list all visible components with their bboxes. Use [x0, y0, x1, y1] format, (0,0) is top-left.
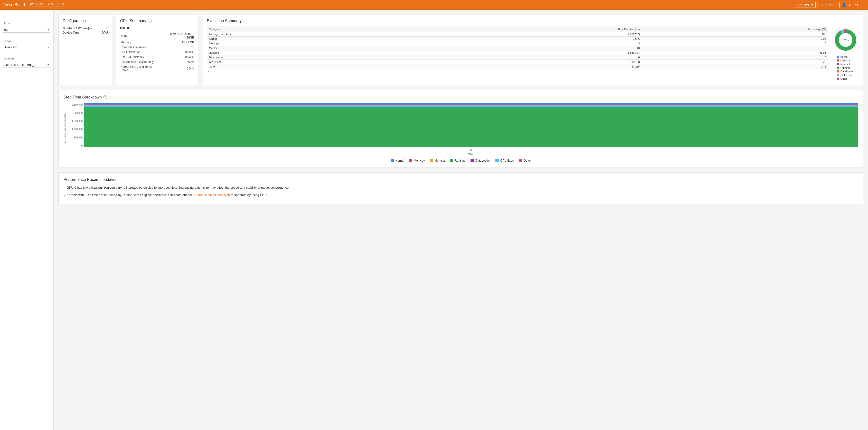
exec-row: Memcpy30 [207, 41, 828, 46]
chevron-left-icon: ‹ [50, 13, 51, 17]
donut-legend-item: Runtime [837, 66, 855, 69]
exec-row: Average Step Time2,106,259100 [207, 32, 828, 36]
exec-row: Runtime1,936,87491.96 [207, 51, 828, 55]
configuration-card: Configuration Number of Worker(s) 1 Devi… [58, 15, 112, 85]
config-row-device: Device Type GPU [63, 31, 108, 34]
gpu-label: GPU 0: [120, 27, 195, 30]
y-axis-label: Step Time (microseconds) [64, 103, 66, 156]
donut-chart: 92% [832, 27, 859, 53]
donut-legend-item: Kernel [837, 55, 855, 58]
collapse-button[interactable]: ‹ [0, 13, 53, 20]
exec-row: CPU Exec110,4885.25 [207, 60, 828, 64]
views-select-wrapper: Overview [0, 44, 53, 51]
chart-legend-item: CPU Exec [495, 159, 514, 162]
sidebar: ‹ Runs log Views Overview Workers resnet… [0, 10, 54, 430]
upload-label: UPLOAD [825, 3, 837, 7]
workers-label: Workers [0, 55, 53, 61]
status-dropdown[interactable]: INACTIVE ▾ [794, 2, 815, 8]
perf-item-2: • Kernels with 83% time are launched by … [64, 193, 858, 198]
top-cards-row: Configuration Number of Worker(s) 1 Devi… [58, 15, 863, 85]
step-time-title: Step Time Breakdown ? [64, 95, 858, 99]
execution-summary-card: Execution Summary Category Time Duration… [203, 15, 863, 85]
gpu-table: NameTesla V100-SXM2-16GB Memory15.78 GB … [120, 31, 195, 73]
donut-legend-item: Other [837, 77, 855, 80]
gpu-summary-title: GPU Summary ? [120, 19, 195, 23]
chart-legend-item: Other [519, 159, 531, 162]
gpu-row-tensor: Kernel Time using Tensor Cores0.0 % [121, 65, 194, 73]
donut-legend-item: Memset [837, 63, 855, 65]
app-header: TensorBoard PYTORCH_PROFILER INACTIVE ▾ … [0, 0, 868, 10]
workers-select[interactable]: resnet18-profile-zrdfl_1 [3, 62, 51, 68]
donut-legend-item: DataLoader [837, 70, 855, 73]
donut-chart-area: 92% KernelMemcpyMemsetRuntimeDataLoaderC… [832, 27, 859, 81]
bar-segment-cpu exec [84, 105, 858, 107]
status-label: INACTIVE [797, 3, 810, 7]
more-icon[interactable]: ⋮ [861, 3, 865, 7]
execution-summary-title: Execution Summary [207, 19, 859, 23]
y-tick: 1,000,000 [72, 128, 83, 131]
settings-icon[interactable]: ⚙ [855, 3, 859, 7]
views-label: Views [0, 37, 53, 44]
chart-legend-item: Runtime [450, 159, 466, 162]
donut-center-label: 92% [842, 38, 849, 42]
y-tick: 0 [81, 145, 83, 147]
runs-select-wrapper: log [0, 26, 53, 34]
views-select[interactable]: Overview [3, 45, 51, 50]
main-content: Configuration Number of Worker(s) 1 Devi… [54, 10, 868, 430]
config-fields: Number of Worker(s) 1 Device Type GPU [63, 27, 108, 34]
step-time-card: Step Time Breakdown ? Step Time (microse… [58, 90, 863, 168]
runs-select[interactable]: log [3, 27, 51, 33]
exec-row: DataLoader00 [207, 55, 828, 60]
perf-item-1: • GPU 0 has low utilization. You could t… [64, 185, 858, 191]
donut-legend-item: Memcpy [837, 59, 855, 62]
y-tick: 500,000 [74, 136, 83, 139]
gpu-row-compute: Compute Capability7.0 [121, 45, 194, 50]
gpu-row-occupancy: Est. Achieved Occupancy17.63 % [121, 60, 194, 64]
exec-row: Memset130 [207, 46, 828, 51]
chart-legend: KernelMemcpyMemsetRuntimeDataLoaderCPU E… [64, 159, 858, 162]
y-ticks: 2,500,0002,000,0001,500,0001,000,000500,… [69, 103, 84, 147]
refresh-icon[interactable]: ↻ [848, 3, 852, 7]
amp-link[interactable]: Automatic Mixed Precision [193, 193, 230, 197]
chart-legend-item: Kernel [391, 159, 404, 162]
chevron-down-icon: ▾ [811, 3, 813, 7]
gpu-row-utilization: GPU Utilization0.08 % [121, 50, 194, 54]
plugin-name: PYTORCH_PROFILER [30, 3, 64, 7]
bar-chart-wrap: 0 Step [84, 103, 858, 156]
upload-button[interactable]: ⬆ UPLOAD [817, 2, 840, 8]
exec-layout: Category Time Duration (us) Percentage (… [207, 27, 859, 81]
x-axis: 0 [84, 149, 858, 152]
upload-icon: ⬆ [821, 3, 823, 7]
exec-header-row: Category Time Duration (us) Percentage (… [207, 27, 828, 32]
exec-table: Category Time Duration (us) Percentage (… [207, 27, 828, 69]
performance-title: Performance Recommendation [64, 177, 858, 182]
runs-label: Runs [0, 20, 53, 26]
header-right: INACTIVE ▾ ⬆ UPLOAD 👤 ↻ ⚙ ⋮ [794, 2, 865, 8]
bar-segment-runtime [84, 107, 858, 147]
x-axis-label: Step [84, 152, 858, 156]
gpu-row-name: NameTesla V100-SXM2-16GB [121, 32, 194, 40]
chart-legend-item: DataLoader [470, 159, 491, 162]
y-tick: 1,500,000 [72, 120, 83, 123]
performance-card: Performance Recommendation • GPU 0 has l… [58, 172, 863, 205]
chart-legend-item: Memset [430, 159, 445, 162]
chart-legend-item: Memcpy [409, 159, 425, 162]
chart-with-axes: 2,500,0002,000,0001,500,0001,000,000500,… [69, 103, 858, 156]
header-left: TensorBoard PYTORCH_PROFILER [3, 3, 64, 7]
step-time-help-icon[interactable]: ? [103, 95, 107, 99]
gpu-summary-card: GPU Summary ? GPU 0: NameTesla V100-SXM2… [116, 15, 199, 85]
configuration-title: Configuration [63, 19, 108, 23]
exec-table-wrap: Category Time Duration (us) Percentage (… [207, 27, 828, 73]
y-tick: 2,500,000 [72, 103, 83, 106]
exec-row: Other57,2352.72 [207, 64, 828, 69]
workers-select-wrapper: resnet18-profile-zrdfl_1 [0, 61, 53, 69]
bar-segment-other [84, 103, 858, 105]
config-row-workers: Number of Worker(s) 1 [63, 27, 108, 30]
chart-area: Step Time (microseconds) 2,500,0002,000,… [64, 103, 858, 156]
main-layout: ‹ Runs log Views Overview Workers resnet… [0, 10, 868, 430]
app-logo: TensorBoard [3, 3, 25, 7]
donut-legend-item: CPU Exec [837, 74, 855, 77]
bar-area [84, 103, 858, 147]
gpu-help-icon[interactable]: ? [148, 19, 152, 23]
person-icon[interactable]: 👤 [842, 3, 846, 7]
